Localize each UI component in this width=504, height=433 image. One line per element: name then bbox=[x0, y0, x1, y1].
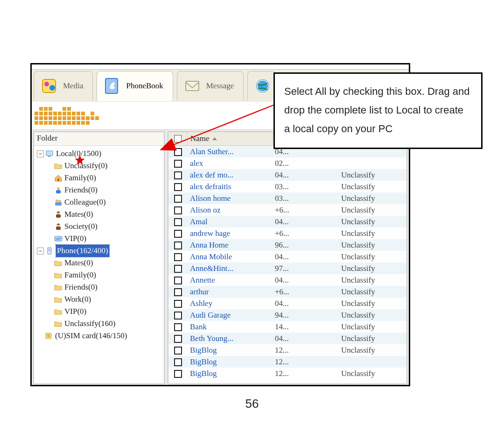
checkbox-icon[interactable] bbox=[174, 312, 182, 319]
table-row[interactable]: BigBlog12...Unclassify bbox=[168, 344, 406, 356]
row-checkbox-cell[interactable] bbox=[168, 299, 187, 308]
checkbox-icon[interactable] bbox=[174, 265, 182, 273]
checkbox-icon[interactable] bbox=[174, 218, 182, 226]
row-group: Unclassify bbox=[338, 369, 406, 378]
checkbox-icon[interactable] bbox=[174, 323, 182, 331]
svg-rect-39 bbox=[39, 121, 43, 125]
row-checkbox-cell[interactable] bbox=[168, 170, 187, 180]
checkbox-icon[interactable] bbox=[174, 358, 182, 366]
tree-node-child[interactable]: Mates(0) bbox=[46, 208, 163, 220]
folder-tree[interactable]: − Local(0/1500) Unclassify(0)Family(0)Fr… bbox=[34, 146, 164, 347]
table-row[interactable]: Alison home03...Unclassify bbox=[168, 192, 406, 204]
row-checkbox-cell[interactable] bbox=[168, 276, 187, 285]
table-row[interactable]: Alison oz+6...Unclassify bbox=[168, 204, 406, 216]
checkbox-icon[interactable] bbox=[174, 206, 182, 214]
checkbox-icon[interactable] bbox=[174, 335, 182, 343]
table-row[interactable]: Bank14...Unclassify bbox=[168, 321, 406, 333]
table-row[interactable]: Anne&Hint...97...Unclassify bbox=[168, 263, 406, 274]
table-row[interactable]: Ashley04...Unclassify bbox=[168, 298, 406, 309]
svg-rect-29 bbox=[58, 116, 62, 120]
tree-node-phone[interactable]: − Phone(162/400) bbox=[37, 245, 163, 257]
row-checkbox-cell[interactable] bbox=[168, 159, 187, 168]
row-checkbox-cell[interactable] bbox=[168, 217, 187, 227]
svg-rect-11 bbox=[67, 107, 71, 111]
tree-node-child[interactable]: Friends(0) bbox=[46, 281, 163, 293]
table-row[interactable]: alex02... bbox=[168, 157, 406, 169]
row-checkbox-cell[interactable] bbox=[168, 322, 187, 332]
table-row[interactable]: alex defraitis03...Unclassify bbox=[168, 181, 406, 192]
table-row[interactable]: Annette04...Unclassify bbox=[168, 274, 406, 286]
table-row[interactable]: arthur+6...Unclassify bbox=[168, 286, 406, 298]
row-name: Alison home bbox=[187, 194, 272, 203]
svg-rect-8 bbox=[44, 107, 48, 111]
row-checkbox-cell[interactable] bbox=[168, 194, 187, 203]
row-group: Unclassify bbox=[338, 311, 406, 320]
checkbox-icon[interactable] bbox=[174, 253, 182, 261]
row-checkbox-cell[interactable] bbox=[168, 252, 187, 262]
row-checkbox-cell[interactable] bbox=[168, 357, 187, 367]
checkbox-icon[interactable] bbox=[174, 288, 182, 296]
table-row[interactable]: Amal04...Unclassify bbox=[168, 216, 406, 227]
tree-node-child[interactable]: VIPVIP(0) bbox=[46, 233, 163, 245]
table-row[interactable]: BigBlog12... bbox=[168, 356, 406, 368]
row-checkbox-cell[interactable] bbox=[168, 346, 187, 355]
table-row[interactable]: BigBlog12...Unclassify bbox=[168, 368, 406, 379]
tree-node-child[interactable]: Family(0) bbox=[46, 269, 163, 281]
table-row[interactable]: Anna Home96...Unclassify bbox=[168, 239, 406, 251]
row-phone: 94... bbox=[272, 311, 338, 320]
tree-node-sim[interactable]: (U)SIM card(146/150) bbox=[37, 330, 163, 342]
row-checkbox-cell[interactable] bbox=[168, 147, 187, 156]
checkbox-icon[interactable] bbox=[174, 300, 182, 308]
tree-node-child[interactable]: Unclassify(160) bbox=[46, 318, 163, 330]
row-checkbox-cell[interactable] bbox=[168, 229, 187, 238]
tree-node-child[interactable]: Family(0) bbox=[46, 172, 163, 184]
checkbox-icon[interactable] bbox=[174, 171, 182, 179]
checkbox-icon[interactable] bbox=[174, 230, 182, 238]
row-checkbox-cell[interactable] bbox=[168, 206, 187, 215]
checkbox-icon[interactable] bbox=[174, 183, 182, 191]
tab-message[interactable]: Message bbox=[177, 71, 244, 101]
table-row[interactable]: Audi Garage94...Unclassify bbox=[168, 309, 406, 321]
tab-more[interactable] bbox=[247, 71, 275, 101]
svg-rect-27 bbox=[49, 116, 52, 120]
col-name[interactable]: Name bbox=[188, 132, 273, 145]
checkbox-icon[interactable] bbox=[174, 160, 182, 168]
svg-rect-32 bbox=[72, 116, 76, 120]
checkbox-icon[interactable] bbox=[174, 148, 182, 156]
tab-media[interactable]: Media bbox=[34, 71, 93, 101]
row-checkbox-cell[interactable] bbox=[168, 241, 187, 250]
row-checkbox-cell[interactable] bbox=[168, 264, 187, 273]
expand-toggle[interactable]: − bbox=[37, 150, 44, 157]
row-checkbox-cell[interactable] bbox=[168, 182, 187, 192]
tree-node-child[interactable]: Work(0) bbox=[46, 293, 163, 305]
row-checkbox-cell[interactable] bbox=[168, 311, 187, 320]
row-checkbox-cell[interactable] bbox=[168, 334, 187, 343]
tree-node-child[interactable]: VIP(0) bbox=[46, 305, 163, 318]
svg-rect-22 bbox=[81, 112, 85, 115]
checkbox-icon[interactable] bbox=[174, 195, 182, 203]
row-checkbox-cell[interactable] bbox=[168, 287, 187, 297]
col-select-all[interactable] bbox=[168, 132, 188, 145]
tree-node-child[interactable]: Colleague(0) bbox=[46, 196, 163, 208]
tree-node-child[interactable]: Mates(0) bbox=[46, 257, 163, 269]
expand-toggle[interactable]: − bbox=[37, 248, 44, 255]
svg-rect-59 bbox=[56, 214, 61, 218]
tree-node-child[interactable]: Friends(0) bbox=[46, 184, 163, 196]
table-row[interactable]: alex def mo...04...Unclassify bbox=[168, 169, 406, 181]
table-row[interactable]: Anna Mobile04...Unclassify bbox=[168, 251, 406, 263]
tree-node-local[interactable]: − Local(0/1500) bbox=[37, 148, 163, 160]
checkbox-icon[interactable] bbox=[174, 241, 182, 249]
tree-node-child[interactable]: Society(0) bbox=[46, 220, 163, 233]
table-row[interactable]: Beth Young...04...Unclassify bbox=[168, 333, 406, 344]
tab-phonebook[interactable]: PhoneBook bbox=[97, 71, 173, 101]
row-checkbox-cell[interactable] bbox=[168, 369, 187, 378]
person-icon bbox=[54, 186, 63, 194]
checkbox-icon[interactable] bbox=[174, 347, 182, 355]
table-row[interactable]: andrew hage+6...Unclassify bbox=[168, 227, 406, 239]
svg-rect-5 bbox=[186, 81, 199, 91]
select-all-checkbox[interactable] bbox=[174, 135, 182, 142]
checkbox-icon[interactable] bbox=[174, 370, 182, 378]
tree-node-child[interactable]: Unclassify(0) bbox=[46, 160, 163, 172]
svg-rect-37 bbox=[95, 116, 99, 120]
checkbox-icon[interactable] bbox=[174, 277, 182, 284]
